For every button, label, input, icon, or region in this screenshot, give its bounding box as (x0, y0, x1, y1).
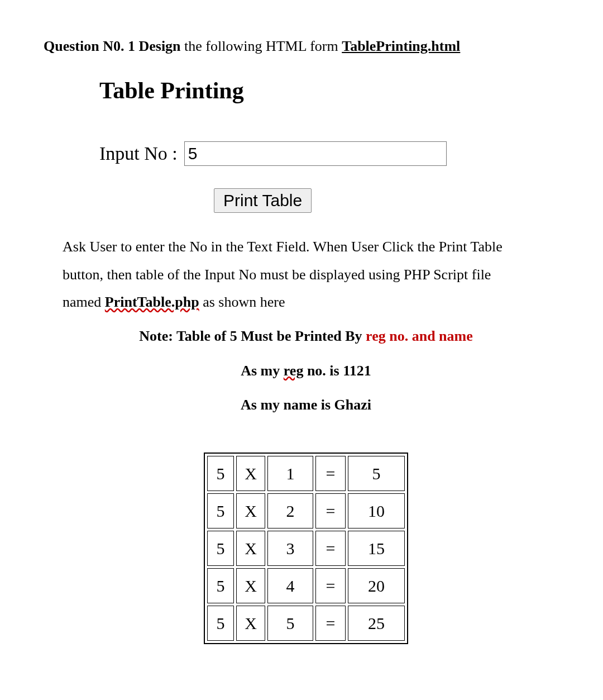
note-line: Note: Table of 5 Must be Printed By reg … (44, 322, 568, 350)
table-cell-op: X (236, 606, 265, 641)
desc-line-2: button, then table of the Input No must … (63, 261, 565, 288)
table-cell-a: 5 (207, 493, 234, 528)
input-row: Input No : (99, 136, 568, 172)
page-title: Table Printing (99, 69, 568, 113)
name-line: As my name is Ghazi (44, 391, 568, 418)
table-cell-b: 2 (267, 493, 313, 528)
table-cell-op: X (236, 531, 265, 566)
question-rest: the following HTML form (181, 38, 342, 54)
table-cell-b: 1 (267, 456, 313, 491)
desc-line-3: named PrintTable.php as shown here (63, 288, 565, 316)
table-cell-eq: = (315, 456, 346, 491)
table-cell-a: 5 (207, 606, 234, 641)
table-cell-result: 25 (348, 606, 405, 641)
question-file: TablePrinting.html (342, 38, 460, 54)
description-block: Ask User to enter the No in the Text Fie… (63, 233, 565, 316)
table-cell-a: 5 (207, 531, 234, 566)
table-cell-eq: = (315, 493, 346, 528)
print-table-button[interactable]: Print Table (214, 188, 312, 213)
reg-line: As my reg no. is 1121 (44, 357, 568, 384)
question-statement: Question N0. 1 Design the following HTML… (44, 32, 568, 60)
table-cell-eq: = (315, 531, 346, 566)
note-red-text: reg no. and name (366, 328, 473, 344)
table-cell-op: X (236, 456, 265, 491)
table-cell-eq: = (315, 568, 346, 603)
table-cell-a: 5 (207, 456, 234, 491)
table-cell-b: 5 (267, 606, 313, 641)
table-row: 5X2=10 (207, 493, 405, 528)
table-cell-a: 5 (207, 568, 234, 603)
table-cell-b: 3 (267, 531, 313, 566)
table-row: 5X4=20 (207, 568, 405, 603)
question-prefix: Question N0. 1 Design (44, 38, 181, 54)
table-row: 5X1=5 (207, 456, 405, 491)
table-cell-result: 20 (348, 568, 405, 603)
table-cell-eq: = (315, 606, 346, 641)
input-number-field[interactable] (184, 141, 447, 166)
table-row: 5X3=15 (207, 531, 405, 566)
desc-line-1: Ask User to enter the No in the Text Fie… (63, 233, 565, 260)
table-cell-op: X (236, 568, 265, 603)
table-cell-op: X (236, 493, 265, 528)
table-cell-result: 15 (348, 531, 405, 566)
table-cell-b: 4 (267, 568, 313, 603)
table-cell-result: 5 (348, 456, 405, 491)
table-row: 5X5=25 (207, 606, 405, 641)
multiplication-table: 5X1=55X2=105X3=155X4=205X5=25 (204, 453, 408, 644)
php-file-name: PrintTable.php (105, 294, 199, 310)
input-label: Input No : (99, 136, 178, 172)
table-cell-result: 10 (348, 493, 405, 528)
